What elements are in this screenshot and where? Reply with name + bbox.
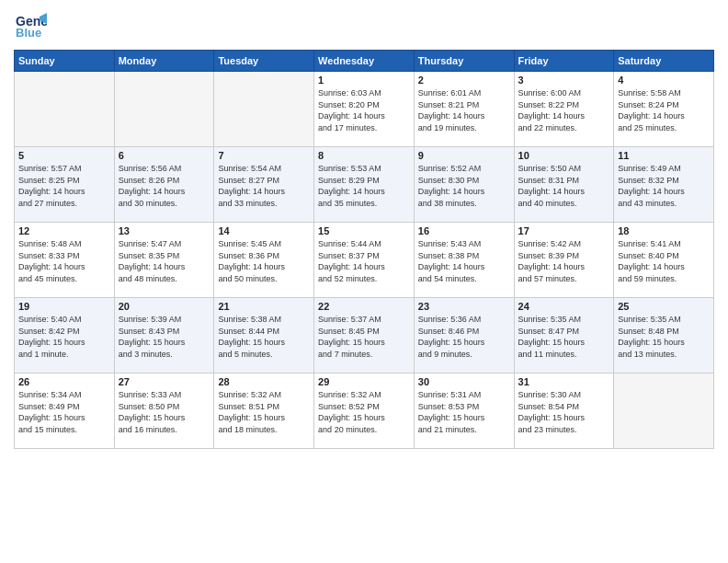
calendar-table: SundayMondayTuesdayWednesdayThursdayFrid… [14,50,714,449]
day-info: Sunrise: 6:00 AM Sunset: 8:22 PM Dayligh… [518,87,610,133]
day-number: 4 [618,75,710,86]
calendar-cell: 3Sunrise: 6:00 AM Sunset: 8:22 PM Daylig… [514,72,614,147]
day-number: 26 [18,376,110,387]
day-info: Sunrise: 5:32 AM Sunset: 8:52 PM Dayligh… [318,389,410,435]
day-info: Sunrise: 5:49 AM Sunset: 8:32 PM Dayligh… [618,163,710,209]
weekday-header-saturday: Saturday [614,51,714,72]
day-info: Sunrise: 5:36 AM Sunset: 8:46 PM Dayligh… [418,314,510,360]
day-info: Sunrise: 5:30 AM Sunset: 8:54 PM Dayligh… [518,389,610,435]
day-number: 29 [318,376,410,387]
calendar-cell: 7Sunrise: 5:54 AM Sunset: 8:27 PM Daylig… [214,147,314,223]
weekday-header-wednesday: Wednesday [314,51,415,72]
calendar-cell [15,72,115,147]
day-info: Sunrise: 5:38 AM Sunset: 8:44 PM Dayligh… [218,314,310,360]
day-number: 10 [518,150,610,161]
day-number: 25 [618,301,710,312]
calendar-cell: 14Sunrise: 5:45 AM Sunset: 8:36 PM Dayli… [214,223,314,298]
day-info: Sunrise: 5:44 AM Sunset: 8:37 PM Dayligh… [318,238,410,284]
day-info: Sunrise: 5:52 AM Sunset: 8:30 PM Dayligh… [418,163,510,209]
day-info: Sunrise: 5:45 AM Sunset: 8:36 PM Dayligh… [218,238,310,284]
calendar-cell: 22Sunrise: 5:37 AM Sunset: 8:45 PM Dayli… [314,298,415,373]
day-number: 19 [18,301,110,312]
calendar-cell: 13Sunrise: 5:47 AM Sunset: 8:35 PM Dayli… [114,223,214,298]
day-number: 22 [318,301,410,312]
day-number: 5 [18,150,110,161]
calendar-cell [214,72,314,147]
calendar-cell [614,373,714,449]
day-number: 20 [119,301,210,312]
day-number: 2 [418,75,510,86]
calendar-week-row: 12Sunrise: 5:48 AM Sunset: 8:33 PM Dayli… [15,223,714,298]
calendar-cell: 21Sunrise: 5:38 AM Sunset: 8:44 PM Dayli… [214,298,314,373]
day-info: Sunrise: 5:47 AM Sunset: 8:35 PM Dayligh… [119,238,210,284]
day-number: 23 [418,301,510,312]
day-info: Sunrise: 5:58 AM Sunset: 8:24 PM Dayligh… [618,87,710,133]
calendar-cell: 29Sunrise: 5:32 AM Sunset: 8:52 PM Dayli… [314,373,415,449]
calendar-cell: 25Sunrise: 5:35 AM Sunset: 8:48 PM Dayli… [614,298,714,373]
day-number: 27 [119,376,210,387]
day-number: 31 [518,376,610,387]
day-number: 18 [618,225,710,236]
day-info: Sunrise: 5:32 AM Sunset: 8:51 PM Dayligh… [218,389,310,435]
day-info: Sunrise: 5:31 AM Sunset: 8:53 PM Dayligh… [418,389,510,435]
logo-icon: General Blue [14,9,47,42]
calendar-cell: 6Sunrise: 5:56 AM Sunset: 8:26 PM Daylig… [114,147,214,223]
weekday-header-sunday: Sunday [15,51,115,72]
day-info: Sunrise: 6:01 AM Sunset: 8:21 PM Dayligh… [418,87,510,133]
day-info: Sunrise: 5:56 AM Sunset: 8:26 PM Dayligh… [119,163,210,209]
day-info: Sunrise: 5:50 AM Sunset: 8:31 PM Dayligh… [518,163,610,209]
day-info: Sunrise: 5:37 AM Sunset: 8:45 PM Dayligh… [318,314,410,360]
calendar-cell: 8Sunrise: 5:53 AM Sunset: 8:29 PM Daylig… [314,147,415,223]
calendar-cell: 5Sunrise: 5:57 AM Sunset: 8:25 PM Daylig… [15,147,115,223]
day-info: Sunrise: 5:43 AM Sunset: 8:38 PM Dayligh… [418,238,510,284]
day-info: Sunrise: 6:03 AM Sunset: 8:20 PM Dayligh… [318,87,410,133]
day-info: Sunrise: 5:33 AM Sunset: 8:50 PM Dayligh… [119,389,210,435]
day-number: 3 [518,75,610,86]
calendar-week-row: 1Sunrise: 6:03 AM Sunset: 8:20 PM Daylig… [15,72,714,147]
weekday-header-monday: Monday [114,51,214,72]
calendar-cell: 12Sunrise: 5:48 AM Sunset: 8:33 PM Dayli… [15,223,115,298]
day-number: 8 [318,150,410,161]
day-number: 7 [218,150,310,161]
day-info: Sunrise: 5:57 AM Sunset: 8:25 PM Dayligh… [18,163,110,209]
calendar-cell: 2Sunrise: 6:01 AM Sunset: 8:21 PM Daylig… [414,72,514,147]
calendar-cell: 24Sunrise: 5:35 AM Sunset: 8:47 PM Dayli… [514,298,614,373]
calendar-week-row: 26Sunrise: 5:34 AM Sunset: 8:49 PM Dayli… [15,373,714,449]
calendar-cell: 31Sunrise: 5:30 AM Sunset: 8:54 PM Dayli… [514,373,614,449]
calendar-cell: 18Sunrise: 5:41 AM Sunset: 8:40 PM Dayli… [614,223,714,298]
calendar-cell: 20Sunrise: 5:39 AM Sunset: 8:43 PM Dayli… [114,298,214,373]
header: General Blue [14,9,714,42]
calendar-cell: 16Sunrise: 5:43 AM Sunset: 8:38 PM Dayli… [414,223,514,298]
day-number: 24 [518,301,610,312]
day-number: 21 [218,301,310,312]
calendar-week-row: 5Sunrise: 5:57 AM Sunset: 8:25 PM Daylig… [15,147,714,223]
calendar-cell: 15Sunrise: 5:44 AM Sunset: 8:37 PM Dayli… [314,223,415,298]
day-number: 17 [518,225,610,236]
day-number: 9 [418,150,510,161]
calendar-cell: 17Sunrise: 5:42 AM Sunset: 8:39 PM Dayli… [514,223,614,298]
calendar-cell [114,72,214,147]
day-info: Sunrise: 5:40 AM Sunset: 8:42 PM Dayligh… [18,314,110,360]
weekday-header-friday: Friday [514,51,614,72]
weekday-header-tuesday: Tuesday [214,51,314,72]
calendar-page: General Blue SundayMondayTuesdayWednesda… [0,0,728,563]
day-info: Sunrise: 5:34 AM Sunset: 8:49 PM Dayligh… [18,389,110,435]
calendar-cell: 26Sunrise: 5:34 AM Sunset: 8:49 PM Dayli… [15,373,115,449]
day-number: 28 [218,376,310,387]
calendar-cell: 30Sunrise: 5:31 AM Sunset: 8:53 PM Dayli… [414,373,514,449]
day-number: 30 [418,376,510,387]
day-info: Sunrise: 5:35 AM Sunset: 8:47 PM Dayligh… [518,314,610,360]
day-number: 15 [318,225,410,236]
day-info: Sunrise: 5:48 AM Sunset: 8:33 PM Dayligh… [18,238,110,284]
calendar-cell: 1Sunrise: 6:03 AM Sunset: 8:20 PM Daylig… [314,72,415,147]
calendar-week-row: 19Sunrise: 5:40 AM Sunset: 8:42 PM Dayli… [15,298,714,373]
svg-text:Blue: Blue [16,26,41,40]
calendar-cell: 27Sunrise: 5:33 AM Sunset: 8:50 PM Dayli… [114,373,214,449]
calendar-cell: 28Sunrise: 5:32 AM Sunset: 8:51 PM Dayli… [214,373,314,449]
logo: General Blue [14,9,51,42]
calendar-cell: 19Sunrise: 5:40 AM Sunset: 8:42 PM Dayli… [15,298,115,373]
day-info: Sunrise: 5:39 AM Sunset: 8:43 PM Dayligh… [119,314,210,360]
day-info: Sunrise: 5:42 AM Sunset: 8:39 PM Dayligh… [518,238,610,284]
day-number: 12 [18,225,110,236]
day-number: 14 [218,225,310,236]
